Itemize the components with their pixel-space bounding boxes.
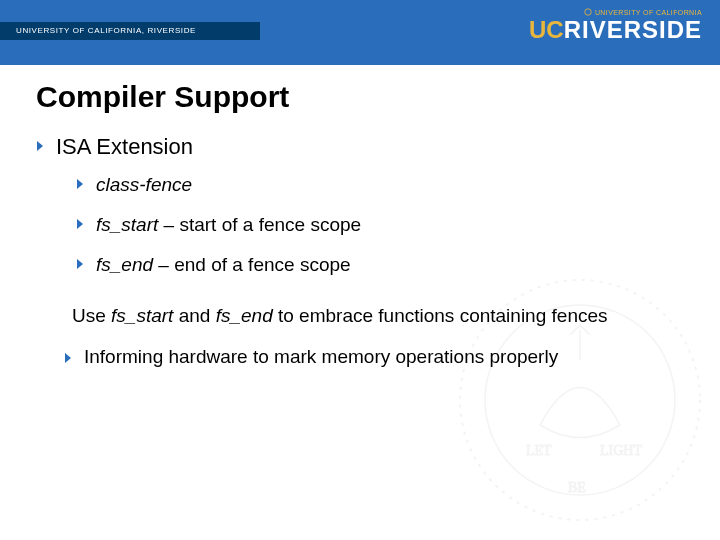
bullet-informing: Informing hardware to mark memory operat… bbox=[64, 346, 684, 368]
logo-uc: UC bbox=[529, 16, 564, 44]
svg-text:LET: LET bbox=[526, 443, 552, 458]
logo-seal-icon bbox=[584, 8, 592, 16]
chevron-icon bbox=[76, 218, 86, 230]
sub-bullet-text: fs_end – end of a fence scope bbox=[96, 254, 351, 276]
sub-bullets: class-fence fs_start – start of a fence … bbox=[76, 174, 684, 276]
sub-bullet: fs_end – end of a fence scope bbox=[76, 254, 684, 276]
bullet-text: ISA Extension bbox=[56, 134, 193, 160]
content-area: Compiler Support ISA Extension class-fen… bbox=[0, 62, 720, 368]
logo-riverside: RIVERSIDE bbox=[564, 16, 702, 44]
header-underline bbox=[0, 62, 720, 65]
sub-bullet: fs_start – start of a fence scope bbox=[76, 214, 684, 236]
chevron-icon bbox=[76, 258, 86, 270]
svg-text:BE: BE bbox=[568, 480, 586, 495]
logo-subtitle: UNIVERSITY OF CALIFORNIA bbox=[529, 8, 702, 16]
bullet-text: Informing hardware to mark memory operat… bbox=[84, 346, 558, 368]
logo-main: UCRIVERSIDE bbox=[529, 16, 702, 44]
slide-title: Compiler Support bbox=[36, 80, 684, 114]
sub-bullet: class-fence bbox=[76, 174, 684, 196]
header-bar: UNIVERSITY OF CALIFORNIA, RIVERSIDE UNIV… bbox=[0, 0, 720, 62]
svg-text:LIGHT: LIGHT bbox=[600, 443, 642, 458]
slide: UNIVERSITY OF CALIFORNIA, RIVERSIDE UNIV… bbox=[0, 0, 720, 540]
chevron-icon bbox=[36, 140, 46, 152]
logo: UNIVERSITY OF CALIFORNIA UCRIVERSIDE bbox=[529, 8, 702, 44]
bullet-level1: ISA Extension bbox=[36, 134, 684, 160]
sub-bullet-text: class-fence bbox=[96, 174, 192, 196]
paragraph: Use fs_start and fs_end to embrace funct… bbox=[72, 304, 684, 328]
chevron-icon bbox=[64, 352, 74, 364]
svg-point-0 bbox=[585, 9, 591, 15]
sub-bullet-text: fs_start – start of a fence scope bbox=[96, 214, 361, 236]
chevron-icon bbox=[76, 178, 86, 190]
institution-bar: UNIVERSITY OF CALIFORNIA, RIVERSIDE bbox=[0, 22, 260, 40]
